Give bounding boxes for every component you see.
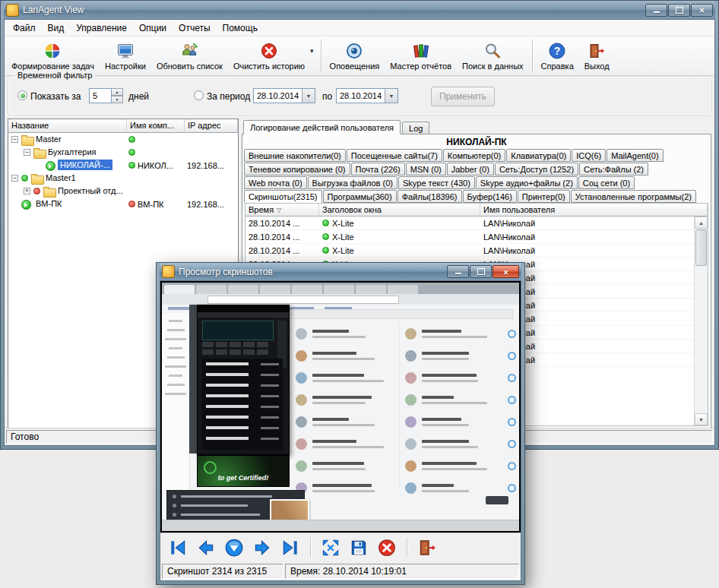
main-titlebar[interactable]: LanAgent View bbox=[4, 1, 715, 19]
log-main-tab-0[interactable]: Логирование действий пользователя bbox=[243, 120, 401, 134]
last-screenshot-button[interactable] bbox=[279, 536, 302, 559]
help-button[interactable]: ?Справка bbox=[536, 37, 579, 74]
period-radio[interactable] bbox=[194, 90, 204, 100]
category-tab-0-2[interactable]: Компьютер(0) bbox=[443, 149, 505, 162]
data-search-button[interactable]: Поиск в данных bbox=[457, 37, 529, 74]
viewer-titlebar[interactable]: Просмотр скриншотов bbox=[160, 263, 521, 280]
menu-item-4[interactable]: Отчеты bbox=[173, 21, 216, 36]
vertical-scrollbar[interactable]: ▲ ▼ bbox=[694, 217, 708, 425]
category-tab-0-3[interactable]: Клавиатура(0) bbox=[506, 149, 571, 162]
category-tab-3-5[interactable]: Установленные программы(2) bbox=[571, 190, 696, 203]
scrollbar-thumb[interactable] bbox=[695, 229, 707, 266]
category-tab-3-2[interactable]: Файлы(18396) bbox=[398, 190, 462, 203]
show-last-days-radio[interactable] bbox=[17, 90, 27, 100]
category-tab-2-0[interactable]: Web почта (0) bbox=[244, 176, 307, 189]
category-tab-2-3[interactable]: Skype аудио+файлы (2) bbox=[476, 176, 578, 189]
category-tab-3-4[interactable]: Принтер(0) bbox=[518, 190, 570, 203]
category-tab-1-2[interactable]: MSN (0) bbox=[406, 163, 446, 175]
category-tab-2-1[interactable]: Выгрузка файлов (0) bbox=[308, 176, 398, 189]
category-tab-1-3[interactable]: Jabber (0) bbox=[447, 163, 494, 175]
tree-node-label[interactable]: ВМ-ПК bbox=[33, 198, 64, 209]
scroll-down-button[interactable]: ▼ bbox=[695, 413, 708, 425]
report-wizard-button[interactable]: Мастер отчётов bbox=[385, 37, 457, 74]
close-viewer-button[interactable] bbox=[416, 536, 439, 559]
category-tab-0-5[interactable]: MailAgent(0) bbox=[607, 149, 663, 162]
scroll-up-button[interactable]: ▲ bbox=[695, 217, 708, 229]
next-screenshot-button[interactable] bbox=[251, 536, 274, 559]
tree-expander[interactable]: + bbox=[24, 188, 30, 194]
xlite-softphone-window bbox=[197, 305, 290, 455]
tree-node-3[interactable]: −Master1 bbox=[8, 172, 238, 185]
alerts-button[interactable]: Оповещения bbox=[325, 37, 385, 74]
maximize-button[interactable] bbox=[668, 4, 690, 17]
tree-expander[interactable]: − bbox=[11, 175, 18, 182]
viewer-minimize-button[interactable] bbox=[447, 265, 469, 278]
save-screenshot-button[interactable] bbox=[347, 536, 370, 559]
chevron-down-icon[interactable]: ▼ bbox=[385, 89, 398, 103]
tree-node-label[interactable]: Проектный отд... bbox=[55, 185, 125, 196]
category-tab-1-5[interactable]: Сеть:Файлы (2) bbox=[579, 163, 648, 175]
tree-node-0[interactable]: −Master bbox=[8, 133, 238, 146]
refresh-list-button[interactable]: Обновить список bbox=[151, 37, 228, 74]
decor bbox=[422, 484, 454, 487]
category-tab-0-0[interactable]: Внешние накопители(0) bbox=[244, 149, 346, 162]
tree-node-2[interactable]: НИКОЛАЙ-...НИКОЛ...192.168... bbox=[8, 159, 238, 172]
app-exit-button[interactable]: Выход bbox=[579, 37, 615, 74]
log-row-1[interactable]: 28.10.2014 ...X-LiteLAN\Николай bbox=[245, 230, 695, 244]
menu-item-2[interactable]: Управление bbox=[70, 21, 133, 36]
close-button[interactable] bbox=[691, 4, 713, 17]
apply-button[interactable]: Применить bbox=[431, 87, 495, 106]
days-spinner[interactable]: 5 ▲ ▼ bbox=[89, 88, 123, 103]
tree-node-label[interactable]: Бухгалтерия bbox=[46, 147, 99, 157]
log-main-tab-1[interactable]: Log bbox=[402, 122, 429, 134]
menu-item-1[interactable]: Вид bbox=[42, 21, 71, 36]
grid-column-header-0[interactable]: Время▽ bbox=[245, 204, 319, 217]
category-tab-0-1[interactable]: Посещенные сайты(7) bbox=[347, 149, 442, 162]
viewer-maximize-button[interactable] bbox=[470, 265, 492, 278]
menu-item-3[interactable]: Опции bbox=[133, 21, 173, 36]
category-tab-0-4[interactable]: ICQ(6) bbox=[572, 149, 606, 162]
clear-history-dropdown-arrow[interactable]: ▾ bbox=[310, 37, 318, 74]
spin-up-button[interactable]: ▲ bbox=[112, 88, 123, 96]
tree-expander[interactable]: − bbox=[11, 136, 18, 143]
days-value[interactable]: 5 bbox=[89, 88, 112, 103]
tree-node-label[interactable]: Master1 bbox=[43, 172, 78, 183]
slideshow-button[interactable] bbox=[223, 536, 245, 559]
tree-node-label[interactable]: Master bbox=[33, 134, 64, 144]
category-tab-1-1[interactable]: Почта (226) bbox=[351, 163, 405, 175]
category-tab-2-2[interactable]: Skype текст (430) bbox=[398, 176, 475, 189]
settings-button[interactable]: Настройки bbox=[100, 37, 151, 74]
prev-screenshot-button[interactable] bbox=[195, 536, 217, 559]
category-tab-1-4[interactable]: Сеть:Доступ (1252) bbox=[495, 163, 578, 175]
log-row-2[interactable]: 28.10.2014 ...X-LiteLAN\Николай bbox=[245, 244, 695, 258]
tree-column-header-2[interactable]: IP адрес bbox=[185, 119, 238, 133]
delete-screenshot-button[interactable] bbox=[375, 536, 398, 559]
date-from-combo[interactable]: 28.10.2014 ▼ bbox=[253, 88, 315, 103]
grid-column-header-1[interactable]: Заголовок окна bbox=[319, 204, 480, 217]
menu-item-5[interactable]: Помощь bbox=[217, 21, 264, 36]
form-tasks-button[interactable]: Формирование задач bbox=[6, 37, 100, 74]
spin-down-button[interactable]: ▼ bbox=[112, 96, 123, 103]
category-tab-1-0[interactable]: Теневое копирование (0) bbox=[244, 163, 350, 175]
category-tab-2-4[interactable]: Соц сети (0) bbox=[578, 176, 635, 189]
log-row-0[interactable]: 28.10.2014 ...X-LiteLAN\Николай bbox=[245, 217, 695, 230]
date-to-combo[interactable]: 28.10.2014 ▼ bbox=[336, 88, 398, 103]
tree-expander[interactable]: − bbox=[24, 149, 30, 156]
tree-node-5[interactable]: ВМ-ПКВМ-ПК192.168... bbox=[8, 198, 238, 210]
tree-column-header-1[interactable]: Имя комп... bbox=[127, 119, 185, 133]
fit-screen-button[interactable] bbox=[319, 536, 342, 559]
category-tab-3-0[interactable]: Скриншоты(2315) bbox=[244, 190, 322, 203]
tree-node-label[interactable]: НИКОЛАЙ-... bbox=[58, 160, 112, 170]
viewer-close-button[interactable] bbox=[493, 265, 519, 278]
tree-node-4[interactable]: +Проектный отд... bbox=[8, 185, 238, 198]
chevron-down-icon[interactable]: ▼ bbox=[302, 89, 315, 103]
first-screenshot-button[interactable] bbox=[166, 536, 189, 559]
tree-node-1[interactable]: −Бухгалтерия bbox=[8, 146, 238, 159]
minimize-button[interactable] bbox=[645, 4, 667, 17]
tree-column-header-0[interactable]: Название bbox=[8, 119, 127, 133]
clear-history-button[interactable]: Очистить историю bbox=[228, 37, 310, 74]
category-tab-3-3[interactable]: Буфер(146) bbox=[463, 190, 517, 203]
category-tab-3-1[interactable]: Программы(360) bbox=[323, 190, 397, 203]
grid-column-header-2[interactable]: Имя пользователя bbox=[480, 204, 708, 217]
menu-item-0[interactable]: Файл bbox=[7, 21, 42, 36]
